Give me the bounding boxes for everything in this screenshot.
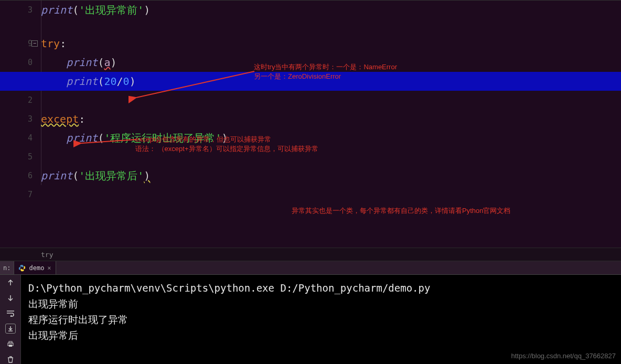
- arrow-up-icon[interactable]: [5, 278, 16, 288]
- annotation-3: 异常其实也是一个类，每个异常都有自己的类，详情请看Python官网文档: [292, 206, 510, 216]
- console-line: 出现异常后: [28, 327, 614, 343]
- console-line: 程序运行时出现了异常: [28, 312, 614, 327]
- fold-column: − −: [30, 1, 40, 248]
- breadcrumb[interactable]: try: [0, 248, 621, 261]
- console-panel: D:\Python_pycharm\venv\Scripts\python.ex…: [0, 275, 621, 364]
- svg-rect-6: [9, 345, 12, 347]
- code-line[interactable]: except:: [41, 110, 621, 129]
- fold-marker-try[interactable]: −: [31, 40, 38, 47]
- run-tab-bar: n: demo ×: [0, 261, 621, 275]
- svg-rect-5: [9, 341, 12, 343]
- watermark: https://blog.csdn.net/qq_37662827: [511, 352, 616, 360]
- run-label: n:: [0, 261, 14, 274]
- annotation-1: 这时try当中有两个异常时：一个是：NameError 另一个是：ZeroDiv…: [254, 62, 397, 81]
- code-editor[interactable]: 3 9 0 1 2 3 4 5 6 7 − − print('出现异常前') t…: [0, 0, 621, 248]
- breadcrumb-item[interactable]: try: [41, 251, 53, 259]
- run-tab-name: demo: [29, 264, 44, 272]
- code-line[interactable]: print('程序运行时出现了异常'): [41, 129, 621, 147]
- close-icon[interactable]: ×: [47, 264, 51, 272]
- code-line[interactable]: print('出现异常后'): [41, 166, 621, 185]
- soft-wrap-icon[interactable]: [5, 308, 16, 318]
- arrow-down-icon[interactable]: [5, 293, 16, 303]
- code-line-blank[interactable]: [41, 147, 621, 166]
- console-line: D:\Python_pycharm\venv\Scripts\python.ex…: [28, 280, 614, 296]
- code-line-blank[interactable]: [41, 19, 621, 34]
- print-icon[interactable]: [5, 339, 16, 349]
- python-icon: [18, 264, 26, 272]
- annotation-2: except会包含所有的异常，但也可以捕获异常 语法： （except+异常名）…: [135, 135, 318, 154]
- console-output[interactable]: D:\Python_pycharm\venv\Scripts\python.ex…: [21, 275, 621, 364]
- trash-icon[interactable]: [5, 354, 16, 364]
- console-line: 出现异常前: [28, 296, 614, 312]
- scroll-to-end-icon[interactable]: [5, 324, 16, 334]
- console-toolbar: [0, 275, 21, 364]
- run-tab[interactable]: demo ×: [14, 261, 56, 274]
- code-line-blank[interactable]: [41, 91, 621, 110]
- code-line[interactable]: try:: [41, 34, 621, 53]
- code-line[interactable]: print('出现异常前'): [41, 1, 621, 19]
